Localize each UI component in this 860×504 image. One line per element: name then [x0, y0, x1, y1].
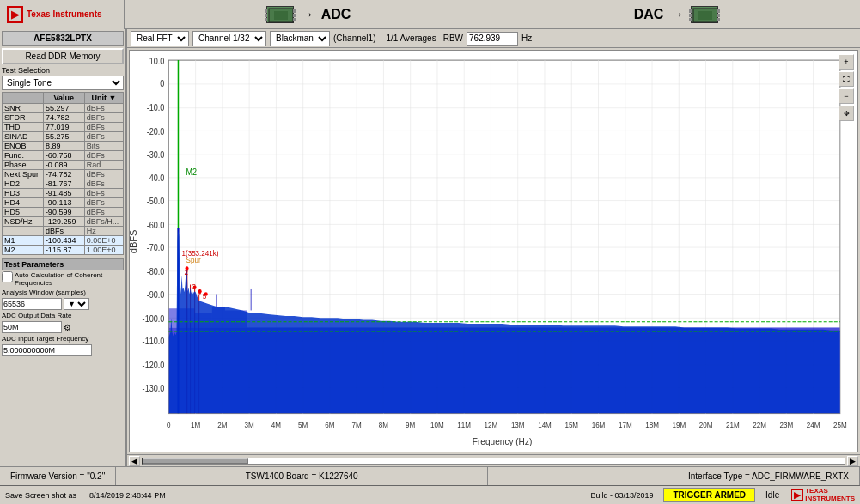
svg-text:5: 5 — [203, 292, 207, 301]
test-selection-label: Test Selection — [2, 65, 124, 76]
adc-output-rate-row: ADC Output Data Rate — [2, 311, 124, 320]
freq-scrollbar: ◀ ▶ — [127, 454, 860, 466]
metric-row-snr: SNR55.297dBFs — [3, 104, 124, 113]
test-params-title: Test Parameters — [2, 258, 124, 270]
read-ddr-button[interactable]: Read DDR Memory — [2, 48, 124, 64]
metrics-tbody: SNR55.297dBFs SFDR74.782dBFs THD77.019dB… — [3, 104, 124, 255]
col-header-value: Value — [43, 93, 84, 104]
svg-text:11M: 11M — [457, 421, 471, 429]
svg-text:17M: 17M — [619, 421, 632, 429]
ti-logo-box: ▶ — [7, 6, 23, 23]
auto-calc-label: Auto Calculation of Coherent Frequencies — [15, 271, 124, 287]
save-label: Save Screen shot as — [0, 486, 82, 504]
firmware-status: Firmware Version = "0.2" — [0, 467, 116, 485]
status-bar1: Firmware Version = "0.2" TSW1400 Board =… — [0, 466, 860, 485]
device-label: AFE5832LPTX — [2, 31, 124, 46]
fft-plot: + ⛶ − ✥ — [129, 50, 858, 452]
svg-text:2: 2 — [185, 268, 189, 276]
idle-label: Idle — [759, 489, 786, 501]
svg-text:3: 3 — [192, 282, 197, 291]
svg-text:-10.0: -10.0 — [147, 103, 165, 113]
adc-input-target-label: ADC Input Target Frequency — [2, 335, 88, 343]
metric-row-hd3: HD3-91.485dBFs — [3, 189, 124, 198]
zoom-fit-button[interactable]: ⛶ — [839, 71, 854, 87]
scroll-thumb — [143, 458, 248, 464]
adc-input-target-input-row — [2, 343, 124, 357]
chart-area: Real FFT Channel 1/32 Blackman (Channel1… — [127, 29, 860, 466]
ti-logo-text: Texas Instruments — [27, 9, 102, 19]
test-select[interactable]: Single Tone — [2, 76, 124, 90]
metric-row-phase: Phase-0.089Rad — [3, 161, 124, 170]
dac-section: DAC → — [492, 6, 860, 23]
left-panel: AFE5832LPTX Read DDR Memory Test Selecti… — [0, 29, 127, 466]
metric-row-empty: dBFsHz — [3, 227, 124, 236]
svg-rect-1 — [274, 11, 288, 20]
adc-input-target-input[interactable] — [2, 344, 92, 356]
svg-text:-50.0: -50.0 — [147, 197, 165, 207]
rbw-unit: Hz — [521, 33, 532, 43]
svg-text:10.0: 10.0 — [149, 56, 165, 66]
svg-text:10M: 10M — [430, 421, 444, 429]
timestamp-label: 8/14/2019 2:48:44 PM — [82, 489, 583, 501]
svg-text:0: 0 — [160, 79, 164, 89]
svg-text:2M: 2M — [217, 421, 227, 429]
metric-row-enob: ENOB8.89Bits — [3, 142, 124, 151]
board-status: TSW1400 Board = K1227640 — [116, 467, 488, 485]
svg-text:7M: 7M — [352, 421, 362, 429]
zoom-out-button[interactable]: − — [839, 88, 854, 104]
svg-text:1M: 1M — [191, 421, 200, 429]
scroll-right-button[interactable]: ▶ — [847, 456, 858, 466]
analysis-window-input-row: ▼ — [2, 297, 124, 311]
svg-text:19M: 19M — [672, 421, 686, 429]
window-select[interactable]: Blackman — [270, 31, 330, 46]
top-bar: ▶ Texas Instruments → ADC DAC → — [0, 0, 860, 29]
rbw-input[interactable] — [467, 32, 518, 46]
metric-row-fund: Fund.-60.758dBFs — [3, 151, 124, 161]
interface-status: Interface Type = ADC_FIRMWARE_RXTX — [488, 467, 860, 485]
analysis-window-input[interactable] — [2, 298, 62, 310]
svg-text:13M: 13M — [511, 421, 525, 429]
svg-text:8M: 8M — [379, 421, 388, 429]
svg-text:4M: 4M — [271, 421, 281, 429]
metric-row-nextspur: Next Spur-74.782dBFs — [3, 170, 124, 179]
svg-text:-130.0: -130.0 — [143, 384, 165, 394]
metric-row-thd: THD77.019dBFs — [3, 123, 124, 132]
svg-text:-40.0: -40.0 — [147, 173, 165, 184]
scroll-left-button[interactable]: ◀ — [129, 456, 140, 466]
metric-row-hd2: HD2-81.767dBFs — [3, 179, 124, 189]
auto-calc-row: Auto Calculation of Coherent Frequencies — [2, 270, 124, 288]
ti-logo-bottom: ▶ TEXASINSTRUMENTS — [786, 486, 860, 504]
adc-output-rate-input[interactable] — [2, 321, 62, 333]
svg-text:-60.0: -60.0 — [147, 220, 165, 230]
fft-svg: 10.0 0 -10.0 -20.0 -30.0 -40.0 -50.0 -60… — [130, 51, 857, 452]
svg-text:12M: 12M — [485, 421, 498, 429]
adc-chip-icon — [266, 6, 294, 23]
channel-select[interactable]: Channel 1/32 — [192, 31, 266, 46]
metric-row-sinad: SINAD55.275dBFs — [3, 132, 124, 142]
svg-text:-110.0: -110.0 — [143, 337, 165, 347]
fft-type-select[interactable]: Real FFT — [131, 31, 189, 46]
metric-row-hd5: HD5-90.599dBFs — [3, 208, 124, 217]
gear-icon[interactable]: ⚙ — [64, 323, 71, 332]
auto-calc-checkbox[interactable] — [2, 271, 13, 282]
adc-section: → ADC — [125, 6, 492, 23]
svg-text:4: 4 — [198, 287, 202, 295]
analysis-window-select[interactable]: ▼ — [64, 298, 89, 310]
svg-text:0: 0 — [167, 421, 171, 429]
svg-text:5M: 5M — [298, 421, 308, 429]
col-header-unit: Unit ▼ — [84, 93, 123, 104]
metric-row-nsd: NSD/Hz-129.259dBFs/H... — [3, 217, 124, 227]
analysis-window-row: Analysis Window (samples) — [2, 288, 124, 297]
pan-button[interactable]: ✥ — [839, 106, 854, 121]
adc-output-rate-input-row: ⚙ — [2, 320, 124, 334]
scroll-track[interactable] — [142, 458, 845, 465]
chart-right-tools: + ⛶ − ✥ — [839, 54, 854, 121]
trigger-badge: TRIGGER ARMED — [663, 488, 755, 502]
metric-row-m1: M1-100.4340.00E+0 — [3, 236, 124, 246]
svg-text:18M: 18M — [645, 421, 659, 429]
zoom-in-button[interactable]: + — [839, 54, 854, 70]
svg-text:3M: 3M — [245, 421, 254, 429]
adc-title: ADC — [321, 7, 351, 22]
svg-text:Spur: Spur — [186, 255, 201, 264]
dac-title: DAC — [634, 7, 664, 22]
